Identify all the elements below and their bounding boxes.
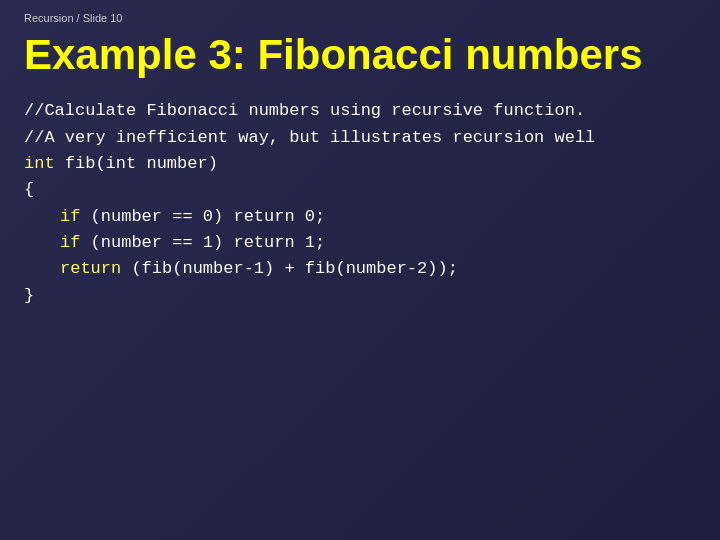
code-line-6: if (number == 1) return 1; [24, 230, 696, 256]
code-block: //Calculate Fibonacci numbers using recu… [24, 98, 696, 309]
code-line-3-rest: fib(int number) [55, 154, 218, 173]
code-line-4: { [24, 177, 696, 203]
keyword-int: int [24, 154, 55, 173]
code-line-5: if (number == 0) return 0; [24, 204, 696, 230]
keyword-if-2: if [60, 233, 80, 252]
breadcrumb: Recursion / Slide 10 [24, 12, 696, 24]
slide-title: Example 3: Fibonacci numbers [24, 32, 696, 78]
code-line-7: return (fib(number-1) + fib(number-2)); [24, 256, 696, 282]
code-line-7-rest: (fib(number-1) + fib(number-2)); [121, 259, 458, 278]
slide-container: Recursion / Slide 10 Example 3: Fibonacc… [0, 0, 720, 540]
keyword-if-1: if [60, 207, 80, 226]
code-line-2: //A very inefficient way, but illustrate… [24, 125, 696, 151]
code-line-5-rest: (number == 0) return 0; [80, 207, 325, 226]
code-line-1: //Calculate Fibonacci numbers using recu… [24, 98, 696, 124]
code-line-3: int fib(int number) [24, 151, 696, 177]
code-line-8: } [24, 283, 696, 309]
code-line-6-rest: (number == 1) return 1; [80, 233, 325, 252]
keyword-return: return [60, 259, 121, 278]
